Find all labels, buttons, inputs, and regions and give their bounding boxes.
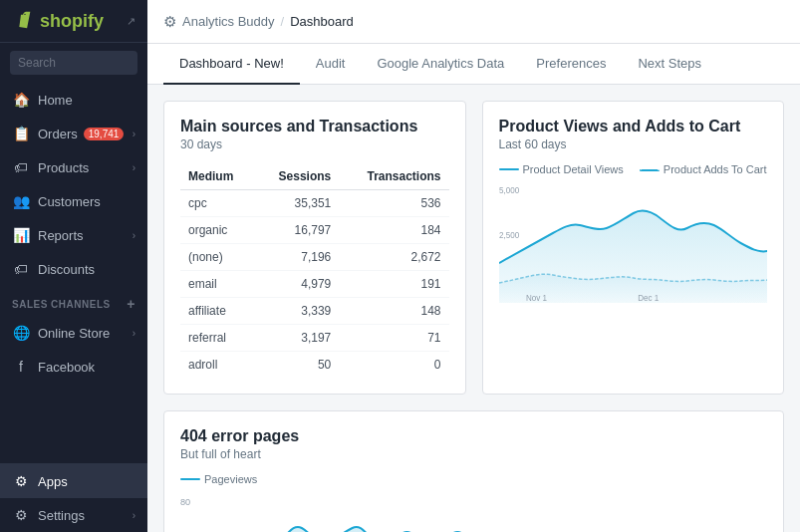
search-input[interactable] (10, 51, 137, 75)
table-row: affiliate 3,339 148 (180, 298, 449, 325)
chevron-right-icon: › (133, 510, 135, 521)
table-row: cpc 35,351 536 (180, 190, 449, 217)
cell-transactions: 148 (339, 298, 448, 325)
settings-icon: ⚙ (12, 506, 30, 524)
col-sessions: Sessions (255, 163, 339, 190)
chevron-right-icon: › (133, 328, 135, 339)
error-pages-card: 404 error pages But full of heart Pagevi… (163, 410, 784, 532)
col-medium: Medium (180, 163, 255, 190)
cell-medium: adroll (180, 352, 255, 379)
table-row: (none) 7,196 2,672 (180, 244, 449, 271)
main-sources-title: Main sources and Transactions (180, 118, 449, 135)
tabs-bar: Dashboard - New! Audit Google Analytics … (147, 44, 800, 85)
sidebar-item-products[interactable]: 🏷 Products › (0, 150, 147, 184)
sidebar-item-reports[interactable]: 📊 Reports › (0, 218, 147, 252)
table-row: organic 16,797 184 (180, 217, 449, 244)
cell-sessions: 16,797 (255, 217, 339, 244)
sidebar-item-apps[interactable]: ⚙ Apps (0, 464, 147, 498)
reports-icon: 📊 (12, 226, 30, 244)
tab-google-analytics[interactable]: Google Analytics Data (361, 44, 520, 85)
legend-label-adds: Product Adds To Cart (664, 163, 767, 175)
sidebar-item-facebook[interactable]: f Facebook (0, 350, 147, 384)
sidebar-item-orders[interactable]: 📋 Orders 19,741 › (0, 117, 147, 150)
external-link-icon[interactable]: ↗ (127, 15, 135, 28)
main-sources-subtitle: 30 days (180, 137, 449, 151)
cell-sessions: 3,339 (255, 298, 339, 325)
sidebar-item-settings[interactable]: ⚙ Settings › (0, 498, 147, 532)
sidebar-item-discounts[interactable]: 🏷 Discounts (0, 252, 147, 286)
table-row: referral 3,197 71 (180, 325, 449, 352)
cell-sessions: 35,351 (255, 190, 339, 217)
svg-text:2,500: 2,500 (499, 230, 519, 241)
main-sources-card: Main sources and Transactions 30 days Me… (163, 101, 466, 395)
tab-audit[interactable]: Audit (300, 44, 362, 85)
cell-medium: organic (180, 217, 255, 244)
legend-dot-pageviews (180, 478, 200, 480)
legend-dot-dashed (640, 169, 660, 171)
legend-label-pageviews: Pageviews (204, 473, 257, 485)
sidebar-item-online-store[interactable]: 🌐 Online Store › (0, 316, 147, 350)
tab-preferences[interactable]: Preferences (520, 44, 622, 85)
cell-sessions: 4,979 (255, 271, 339, 298)
plugin-icon: ⚙ (163, 13, 176, 31)
legend-label-views: Product Detail Views (523, 163, 624, 175)
sales-channels-section: SALES CHANNELS + (0, 286, 147, 316)
legend-pageviews: Pageviews (180, 473, 257, 485)
cell-medium: email (180, 271, 255, 298)
tab-next-steps[interactable]: Next Steps (622, 44, 717, 85)
cell-transactions: 0 (339, 352, 448, 379)
sidebar: shopify ↗ 🏠 Home 📋 Orders 19,741 › 🏷 Pro… (0, 0, 147, 532)
cell-transactions: 184 (339, 217, 448, 244)
breadcrumb-separator: / (281, 14, 285, 29)
cell-sessions: 50 (255, 352, 339, 379)
search-container (0, 43, 147, 83)
online-store-icon: 🌐 (12, 324, 30, 342)
svg-text:80: 80 (180, 497, 190, 507)
cell-transactions: 536 (339, 190, 448, 217)
sidebar-nav: 🏠 Home 📋 Orders 19,741 › 🏷 Products › 👥 … (0, 83, 147, 463)
error-pages-subtitle: But full of heart (180, 447, 767, 461)
svg-text:Dec 1: Dec 1 (638, 293, 659, 303)
svg-text:5,000: 5,000 (499, 185, 519, 196)
error-pages-chart: 80 40 (180, 493, 767, 532)
legend-product-adds: Product Adds To Cart (640, 163, 767, 175)
svg-text:Nov 1: Nov 1 (525, 293, 546, 303)
customers-icon: 👥 (12, 192, 30, 210)
cell-transactions: 191 (339, 271, 448, 298)
sources-table: Medium Sessions Transactions cpc 35,351 … (180, 163, 449, 378)
cell-sessions: 3,197 (255, 325, 339, 352)
current-page-title: Dashboard (290, 14, 354, 29)
main-content: ⚙ Analytics Buddy / Dashboard Dashboard … (147, 0, 800, 532)
tab-dashboard[interactable]: Dashboard - New! (163, 44, 300, 85)
cell-transactions: 2,672 (339, 244, 448, 271)
content-area: Main sources and Transactions 30 days Me… (147, 85, 800, 532)
chevron-right-icon: › (133, 162, 135, 173)
topbar: ⚙ Analytics Buddy / Dashboard (147, 0, 800, 44)
col-transactions: Transactions (339, 163, 448, 190)
cell-medium: referral (180, 325, 255, 352)
error-pages-title: 404 error pages (180, 427, 767, 445)
cell-medium: affiliate (180, 298, 255, 325)
discounts-icon: 🏷 (12, 260, 30, 278)
orders-badge: 19,741 (84, 128, 125, 140)
legend-product-views: Product Detail Views (499, 163, 624, 175)
chart-legend: Product Detail Views Product Adds To Car… (499, 163, 768, 175)
product-views-title: Product Views and Adds to Cart (499, 118, 768, 135)
sidebar-item-customers[interactable]: 👥 Customers (0, 184, 147, 218)
cell-transactions: 71 (339, 325, 448, 352)
product-views-card: Product Views and Adds to Cart Last 60 d… (482, 101, 785, 395)
legend-dot-solid (499, 168, 519, 170)
sidebar-item-home[interactable]: 🏠 Home (0, 83, 147, 117)
breadcrumb: ⚙ Analytics Buddy / Dashboard (163, 13, 354, 31)
error-chart-legend: Pageviews (180, 473, 767, 485)
sidebar-footer: ⚙ Apps ⚙ Settings › (0, 463, 147, 532)
apps-icon: ⚙ (12, 472, 30, 490)
products-icon: 🏷 (12, 158, 30, 176)
cell-sessions: 7,196 (255, 244, 339, 271)
add-channel-icon[interactable]: + (127, 296, 135, 312)
cell-medium: cpc (180, 190, 255, 217)
sidebar-header: shopify ↗ (0, 0, 147, 43)
product-views-subtitle: Last 60 days (499, 137, 768, 151)
chevron-right-icon: › (133, 129, 135, 139)
product-views-chart: 5,000 2,500 Nov 1 Dec 1 (499, 183, 768, 323)
